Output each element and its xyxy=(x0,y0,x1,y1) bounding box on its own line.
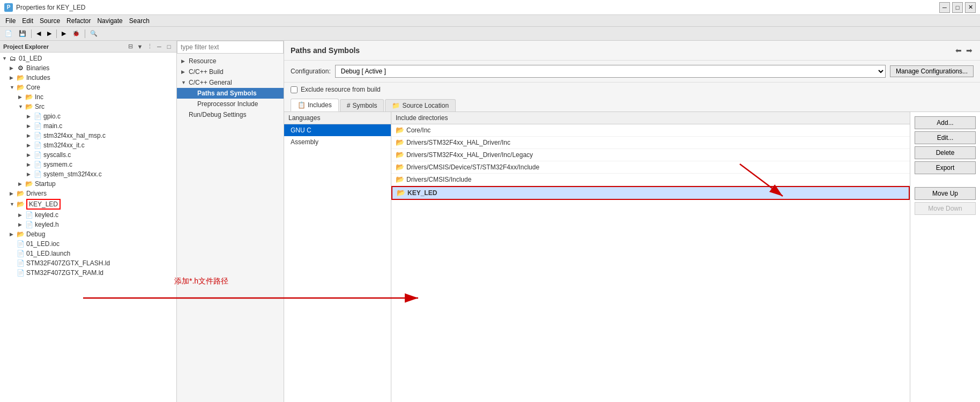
app-icon: P xyxy=(4,3,13,12)
right-content: Paths and Symbols ⬅ ➡ Configuration: Deb… xyxy=(284,41,980,402)
folder-icon: 📂 xyxy=(397,189,405,197)
tree-item-src[interactable]: ▼ 📂 Src xyxy=(0,102,176,111)
project-explorer: Project Explorer ⊟ ▼ ⋮ ─ □ ▼ 🗂 01_LED xyxy=(0,41,177,402)
tree-item-keyled-c[interactable]: ▶ 📄 keyled.c xyxy=(0,210,176,220)
core-icon: 📂 xyxy=(16,83,25,92)
tree-item-flash-ld[interactable]: 📄 STM32F407ZGTX_FLASH.ld xyxy=(0,258,176,268)
nav-item-cpp-build[interactable]: ▶ C/C++ Build xyxy=(177,66,284,77)
language-gnu-c[interactable]: GNU C xyxy=(284,124,391,136)
dir-item-cmsis-device[interactable]: 📂 Drivers/CMSIS/Device/ST/STM32F4xx/Incl… xyxy=(391,161,910,174)
symbols-tab-icon: # xyxy=(347,102,351,109)
expand-arrow: ▶ xyxy=(27,133,33,138)
expand-arrow: ▼ xyxy=(10,202,16,207)
forward-icon[interactable]: ➡ xyxy=(965,45,974,56)
menu-navigate[interactable]: Navigate xyxy=(94,17,125,25)
menu-source[interactable]: Source xyxy=(36,17,63,25)
folder-icon: 📂 xyxy=(396,163,404,172)
nav-item-resource[interactable]: ▶ Resource xyxy=(177,56,284,66)
menu-edit[interactable]: Edit xyxy=(19,17,36,25)
tree-item-01led[interactable]: ▼ 🗂 01_LED xyxy=(0,54,176,63)
toolbar-run[interactable]: ▶ xyxy=(59,28,69,39)
drivers-icon: 📂 xyxy=(16,189,25,198)
tree-item-core[interactable]: ▼ 📂 Core xyxy=(0,83,176,92)
tree-item-ram-ld[interactable]: 📄 STM32F407ZGTX_RAM.ld xyxy=(0,268,176,278)
minimize-button[interactable]: ─ xyxy=(939,2,950,13)
tree-item-sysmem[interactable]: ▶ 📄 sysmem.c xyxy=(0,160,176,169)
languages-column: Languages GNU C Assembly xyxy=(284,112,391,402)
configuration-row: Configuration: Debug [ Active ] Manage C… xyxy=(284,61,980,83)
tree-item-key-led[interactable]: ▼ 📂 KEY_LED xyxy=(0,198,176,210)
filter-input[interactable] xyxy=(177,41,284,54)
tab-symbols-label: Symbols xyxy=(352,102,377,109)
tab-source-location[interactable]: 📁 Source Location xyxy=(385,99,456,111)
header-icons: ⬅ ➡ xyxy=(954,45,974,56)
toolbar-back[interactable]: ◀ xyxy=(34,28,43,39)
tab-symbols[interactable]: # Symbols xyxy=(340,99,384,111)
expand-arrow: ▶ xyxy=(18,181,25,187)
dir-item-drivers-hal[interactable]: 📂 Drivers/STM32F4xx_HAL_Driver/Inc xyxy=(391,137,910,149)
file-icon: 📄 xyxy=(33,141,42,150)
tree-item-debug[interactable]: ▶ 📂 Debug xyxy=(0,229,176,239)
maximize-panel-icon[interactable]: □ xyxy=(165,42,173,51)
tree-item-startup[interactable]: ▶ 📂 Startup xyxy=(0,179,176,189)
menu-icon[interactable]: ⋮ xyxy=(145,42,154,51)
toolbar-forward[interactable]: ▶ xyxy=(44,28,54,39)
language-assembly[interactable]: Assembly xyxy=(284,136,391,148)
nav-item-paths-symbols[interactable]: Paths and Symbols xyxy=(177,88,284,99)
tree-item-launch[interactable]: 📄 01_LED.launch xyxy=(0,249,176,258)
menu-refactor[interactable]: Refactor xyxy=(63,17,94,25)
tree-item-hal-it[interactable]: ▶ 📄 stm32f4xx_it.c xyxy=(0,140,176,150)
tree-item-includes[interactable]: ▶ 📂 Includes xyxy=(0,73,176,83)
tree-item-ioc[interactable]: 📄 01_LED.ioc xyxy=(0,239,176,249)
menu-search[interactable]: Search xyxy=(126,17,153,25)
tree-item-keyled-h[interactable]: ▶ 📄 keyled.h xyxy=(0,220,176,229)
tree-item-inc[interactable]: ▶ 📂 Inc xyxy=(0,92,176,102)
tree-item-system[interactable]: ▶ 📄 system_stm32f4xx.c xyxy=(0,169,176,179)
tree-item-syscalls[interactable]: ▶ 📄 syscalls.c xyxy=(0,150,176,160)
collapse-all-icon[interactable]: ⊟ xyxy=(126,42,135,51)
dir-item-cmsis-include[interactable]: 📂 Drivers/CMSIS/Include xyxy=(391,174,910,186)
tree-item-hal-msp[interactable]: ▶ 📄 stm32f4xx_hal_msp.c xyxy=(0,131,176,140)
nav-item-run-debug[interactable]: Run/Debug Settings xyxy=(177,109,284,120)
project-tree: ▼ 🗂 01_LED ▶ ⚙ Binaries ▶ 📂 Includes xyxy=(0,53,176,402)
configuration-select[interactable]: Debug [ Active ] xyxy=(335,65,886,78)
action-buttons: Add... Edit... Delete Export Move Up Mov… xyxy=(910,112,980,402)
expand-arrow: ▶ xyxy=(27,172,33,177)
toolbar-debug[interactable]: 🐞 xyxy=(70,28,83,39)
maximize-button[interactable]: □ xyxy=(952,2,963,13)
exclude-label[interactable]: Exclude resource from build xyxy=(301,86,381,93)
manage-configurations-button[interactable]: Manage Configurations... xyxy=(890,65,974,77)
tree-item-gpio[interactable]: ▶ 📄 gpio.c xyxy=(0,111,176,121)
toolbar-save[interactable]: 💾 xyxy=(16,28,29,39)
toolbar-new[interactable]: 📄 xyxy=(2,28,15,39)
move-down-button[interactable]: Move Down xyxy=(915,202,976,215)
nav-item-cpp-general[interactable]: ▼ C/C++ General xyxy=(177,77,284,88)
nav-item-preprocessor[interactable]: Preprocessor Include xyxy=(177,99,284,109)
file-icon: 📄 xyxy=(16,249,25,258)
add-button[interactable]: Add... xyxy=(915,116,976,129)
file-icon: 📄 xyxy=(33,151,42,159)
tab-includes[interactable]: 📋 Includes xyxy=(291,99,339,111)
filter-icon[interactable]: ▼ xyxy=(136,42,144,51)
close-button[interactable]: ✕ xyxy=(965,2,976,13)
tab-includes-label: Includes xyxy=(308,101,332,109)
delete-button[interactable]: Delete xyxy=(915,146,976,159)
folder-icon: 📂 xyxy=(396,126,404,135)
nav-arrow: ▶ xyxy=(181,58,188,64)
dir-item-key-led[interactable]: 📂 KEY_LED xyxy=(391,186,910,200)
source-location-tab-icon: 📁 xyxy=(392,102,400,109)
file-icon: 📄 xyxy=(33,160,42,169)
back-icon[interactable]: ⬅ xyxy=(954,45,963,56)
tree-item-main[interactable]: ▶ 📄 main.c xyxy=(0,121,176,131)
dir-item-drivers-hal-legacy[interactable]: 📂 Drivers/STM32F4xx_HAL_Driver/Inc/Legac… xyxy=(391,149,910,161)
toolbar-search[interactable]: 🔍 xyxy=(87,28,100,39)
minimize-panel-icon[interactable]: ─ xyxy=(155,42,164,51)
tree-item-drivers[interactable]: ▶ 📂 Drivers xyxy=(0,189,176,198)
menu-file[interactable]: File xyxy=(2,17,19,25)
export-button[interactable]: Export xyxy=(915,161,976,174)
move-up-button[interactable]: Move Up xyxy=(915,187,976,200)
exclude-checkbox[interactable] xyxy=(291,86,298,93)
dir-item-core-inc[interactable]: 📂 Core/Inc xyxy=(391,124,910,137)
edit-button[interactable]: Edit... xyxy=(915,131,976,144)
tree-item-binaries[interactable]: ▶ ⚙ Binaries xyxy=(0,63,176,73)
